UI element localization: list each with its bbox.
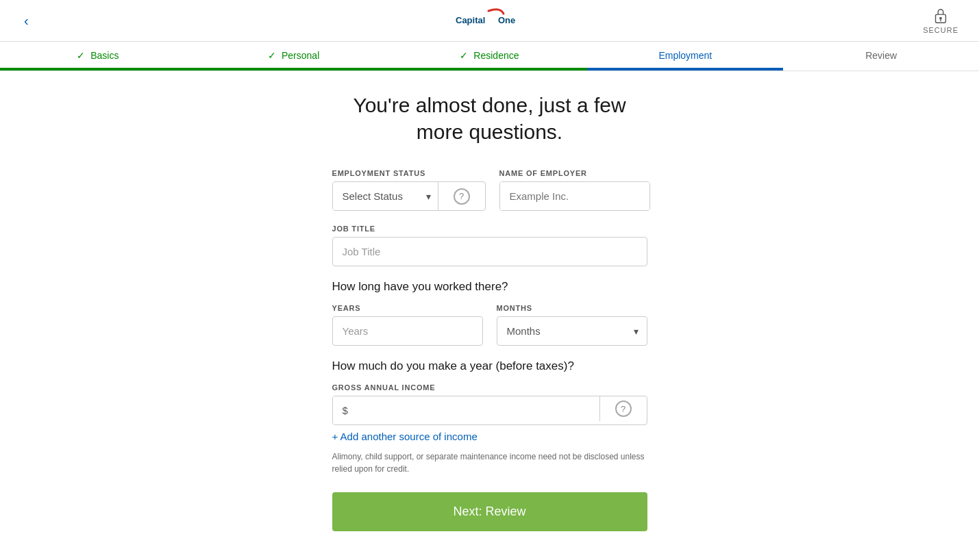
employer-name-label: NAME OF EMPLOYER [499, 169, 650, 177]
employment-status-help-button[interactable]: ? [438, 182, 485, 210]
years-months-row: YEARS MONTHS Months 0 1 2 3 4 5 6 7 [332, 304, 647, 346]
income-input-wrapper: $ ? [332, 396, 647, 425]
page-title: You're almost done, just a few more ques… [178, 92, 802, 145]
dropdown-arrow-icon: ▾ [419, 191, 438, 202]
svg-point-3 [939, 17, 942, 20]
employment-status-label: EMPLOYMENT STATUS [332, 169, 486, 177]
header: ‹ Capital One SECURE [0, 0, 979, 42]
step-personal[interactable]: ✓ Personal [196, 42, 392, 71]
months-select-wrapper: Months 0 1 2 3 4 5 6 7 8 9 10 11 ▾ [497, 316, 647, 346]
svg-text:Capital: Capital [456, 15, 485, 25]
employer-name-group: NAME OF EMPLOYER [499, 169, 650, 211]
next-review-button[interactable]: Next: Review [332, 492, 647, 531]
employment-status-group: EMPLOYMENT STATUS Select Status Employed… [332, 169, 486, 211]
years-group: YEARS [332, 304, 483, 346]
job-title-group: JOB TITLE [332, 225, 647, 266]
income-question-mark-icon: ? [615, 400, 632, 417]
gross-income-label: GROSS ANNUAL INCOME [332, 383, 647, 392]
employment-form: EMPLOYMENT STATUS Select Status Employed… [332, 169, 647, 531]
secure-indicator: SECURE [923, 7, 958, 34]
capital-one-logo: Capital One [449, 5, 531, 33]
months-label: MONTHS [497, 304, 647, 312]
job-title-label: JOB TITLE [332, 225, 647, 233]
lock-icon [933, 7, 948, 25]
dollar-sign: $ [333, 396, 355, 424]
secure-label: SECURE [923, 26, 958, 34]
months-group: MONTHS Months 0 1 2 3 4 5 6 7 8 9 10 [497, 304, 647, 346]
gross-income-input[interactable] [355, 396, 599, 424]
employer-name-wrapper [499, 181, 650, 211]
progress-bar: ✓ Basics ✓ Personal ✓ Residence Employme… [0, 42, 979, 71]
back-button[interactable]: ‹ [21, 10, 32, 32]
months-select[interactable]: Months 0 1 2 3 4 5 6 7 8 9 10 11 [497, 317, 625, 345]
years-input[interactable] [332, 316, 483, 346]
income-group: GROSS ANNUAL INCOME $ ? [332, 383, 647, 425]
check-icon: ✓ [268, 50, 276, 61]
employment-status-select[interactable]: Select Status Employed Self-Employed Ret… [333, 182, 419, 210]
main-content: You're almost done, just a few more ques… [164, 71, 815, 552]
logo: Capital One [449, 5, 531, 36]
income-help-button[interactable]: ? [599, 396, 647, 421]
step-basics[interactable]: ✓ Basics [0, 42, 196, 71]
check-icon: ✓ [460, 50, 468, 61]
svg-text:One: One [498, 15, 515, 25]
months-dropdown-arrow-icon: ▾ [625, 326, 647, 337]
status-employer-row: EMPLOYMENT STATUS Select Status Employed… [332, 169, 647, 211]
employment-status-wrapper: Select Status Employed Self-Employed Ret… [332, 181, 486, 211]
step-review[interactable]: Review [783, 42, 979, 71]
years-label: YEARS [332, 304, 483, 312]
question-mark-icon: ? [454, 188, 470, 205]
job-title-input[interactable] [332, 237, 647, 266]
disclaimer-text: Alimony, child support, or separate main… [332, 450, 647, 475]
how-long-question: How long have you worked there? [332, 280, 647, 294]
income-question: How much do you make a year (before taxe… [332, 359, 647, 373]
step-employment[interactable]: Employment [587, 42, 783, 71]
employer-name-input[interactable] [500, 182, 649, 210]
add-income-link[interactable]: + Add another source of income [332, 431, 478, 442]
check-icon: ✓ [77, 50, 85, 61]
step-residence[interactable]: ✓ Residence [392, 42, 588, 71]
